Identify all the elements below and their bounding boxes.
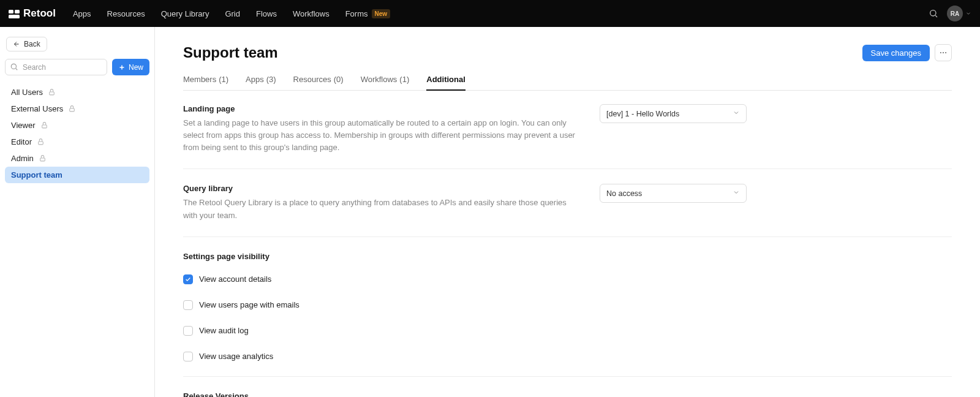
release-versions-title: Release Versions — [183, 391, 952, 397]
section-landing-page: Landing page Set a landing page to have … — [183, 104, 952, 169]
more-actions-button[interactable] — [935, 44, 952, 61]
content-area: Support team Save changes Members(1) App… — [155, 27, 980, 397]
query-library-desc: The Retool Query Library is a place to q… — [183, 197, 575, 221]
tabs: Members(1) Apps(3) Resources(0) Workflow… — [183, 75, 952, 91]
lock-icon — [48, 88, 56, 96]
back-button[interactable]: Back — [6, 37, 47, 51]
search-icon — [10, 62, 18, 73]
section-release-versions: Release Versions Allow access to unpubli… — [183, 391, 952, 397]
avatar[interactable]: RA — [947, 6, 963, 21]
nav-workflows[interactable]: Workflows — [293, 9, 330, 18]
svg-line-4 — [935, 15, 937, 17]
svg-rect-10 — [50, 92, 55, 95]
brand-logo[interactable]: Retool — [9, 7, 56, 20]
global-search-button[interactable] — [927, 7, 940, 20]
nav-query-library[interactable]: Query Library — [161, 9, 209, 18]
primary-nav: Apps Resources Query Library Grid Flows … — [73, 9, 390, 18]
lock-icon — [40, 121, 48, 129]
svg-rect-2 — [9, 15, 20, 18]
tab-apps[interactable]: Apps(3) — [246, 75, 276, 90]
section-query-library: Query library The Retool Query Library i… — [183, 184, 952, 236]
lock-icon — [68, 105, 76, 113]
svg-point-3 — [930, 10, 936, 16]
checkbox-icon — [183, 326, 193, 336]
checkbox-view-account-details[interactable]: View account details — [183, 274, 952, 284]
svg-point-6 — [11, 64, 16, 69]
svg-point-17 — [945, 52, 946, 53]
section-settings-visibility: Settings page visibility View account de… — [183, 252, 952, 377]
checkbox-icon — [183, 352, 193, 361]
account-menu-chevron-icon[interactable] — [965, 9, 971, 18]
save-changes-button[interactable]: Save changes — [862, 45, 930, 61]
svg-line-7 — [16, 69, 18, 70]
svg-rect-0 — [9, 10, 13, 13]
lock-icon — [39, 154, 47, 162]
search-icon — [929, 9, 938, 18]
nav-forms[interactable]: FormsNew — [345, 9, 390, 18]
svg-point-16 — [943, 52, 944, 53]
checkbox-icon — [183, 300, 193, 310]
tab-additional[interactable]: Additional — [426, 75, 466, 90]
nav-flows[interactable]: Flows — [256, 9, 277, 18]
checkbox-view-usage-analytics[interactable]: View usage analytics — [183, 352, 952, 361]
svg-rect-11 — [70, 108, 75, 112]
landing-page-desc: Set a landing page to have users in this… — [183, 117, 575, 154]
svg-point-15 — [940, 52, 941, 53]
arrow-left-icon — [13, 40, 20, 48]
svg-rect-12 — [42, 125, 47, 128]
top-nav: Retool Apps Resources Query Library Grid… — [0, 0, 980, 27]
tab-members[interactable]: Members(1) — [183, 75, 228, 90]
page-title: Support team — [183, 44, 862, 61]
brand-name: Retool — [23, 7, 56, 20]
checkbox-view-audit-log[interactable]: View audit log — [183, 326, 952, 336]
checkbox-icon — [183, 274, 193, 284]
nav-grid[interactable]: Grid — [225, 9, 240, 18]
plus-icon — [118, 64, 126, 71]
svg-rect-14 — [40, 158, 45, 161]
sidebar-item-support-team[interactable]: Support team — [5, 167, 149, 183]
chevron-down-icon — [733, 109, 740, 118]
sidebar-item-admin[interactable]: Admin — [5, 150, 149, 167]
lock-icon — [37, 138, 45, 146]
svg-rect-1 — [15, 10, 20, 13]
svg-rect-13 — [39, 142, 43, 145]
sidebar-item-viewer[interactable]: Viewer — [5, 117, 149, 134]
group-list: All Users External Users Viewer Editor A… — [5, 84, 149, 183]
query-library-title: Query library — [183, 184, 575, 193]
tab-workflows[interactable]: Workflows(1) — [361, 75, 410, 90]
sidebar-item-external-users[interactable]: External Users — [5, 100, 149, 117]
nav-resources[interactable]: Resources — [107, 9, 145, 18]
new-group-button[interactable]: New — [112, 59, 149, 75]
checkbox-view-users-page[interactable]: View users page with emails — [183, 300, 952, 310]
sidebar: Back New All Users External Users — [0, 27, 155, 397]
chevron-down-icon — [733, 189, 740, 198]
group-search-input[interactable] — [5, 59, 107, 75]
new-badge: New — [372, 9, 391, 18]
query-library-select[interactable]: No access — [600, 184, 747, 203]
settings-visibility-title: Settings page visibility — [183, 252, 952, 261]
retool-logo-icon — [9, 9, 20, 18]
landing-page-select[interactable]: [dev] 1 - Hello Worlds — [600, 104, 747, 123]
dots-horizontal-icon — [939, 48, 948, 57]
nav-apps[interactable]: Apps — [73, 9, 91, 18]
landing-page-title: Landing page — [183, 104, 575, 113]
group-search — [5, 59, 107, 75]
tab-resources[interactable]: Resources(0) — [293, 75, 344, 90]
sidebar-item-all-users[interactable]: All Users — [5, 84, 149, 100]
sidebar-item-editor[interactable]: Editor — [5, 134, 149, 150]
